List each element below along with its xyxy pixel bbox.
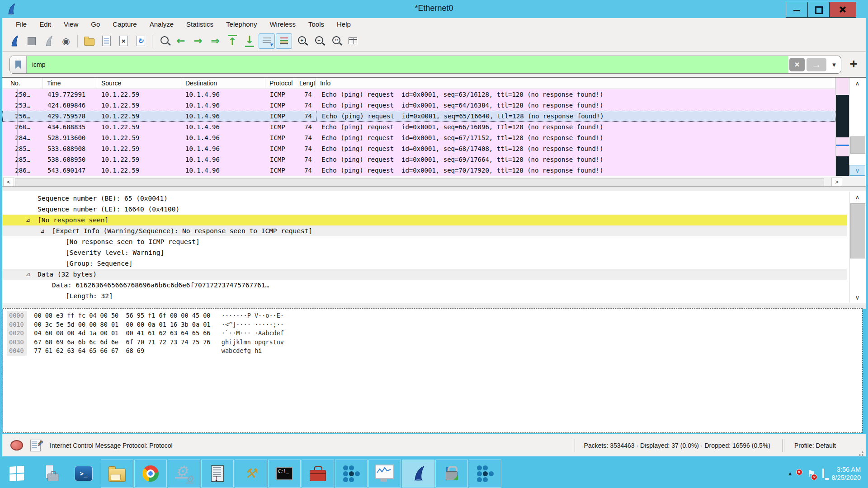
- taskbar-setup-document-button[interactable]: [201, 460, 234, 488]
- taskbar-start-button[interactable]: [0, 460, 33, 488]
- details-vertical-scrollbar[interactable]: ∧ ∨: [849, 192, 865, 303]
- menu-capture[interactable]: Capture: [106, 18, 143, 31]
- column-header-destination[interactable]: Destination: [181, 78, 265, 89]
- menu-wireless[interactable]: Wireless: [263, 18, 302, 31]
- filter-clear-button[interactable]: ×: [789, 58, 805, 71]
- packet-list-horizontal-scrollbar[interactable]: < >: [2, 177, 865, 187]
- column-header-info[interactable]: Info: [316, 78, 835, 89]
- menu-analyze[interactable]: Analyze: [143, 18, 180, 31]
- close-capture-file-button[interactable]: ×: [115, 33, 132, 49]
- resize-grip[interactable]: [858, 450, 864, 456]
- detail-line[interactable]: Data: 6162636465666768696a6b6c6d6e6f7071…: [2, 280, 866, 291]
- taskbar-command-prompt-button[interactable]: C:\_: [268, 460, 301, 488]
- tray-expand-icon[interactable]: ▲: [788, 470, 793, 477]
- scroll-right-button[interactable]: >: [831, 178, 842, 186]
- reload-capture-file-button[interactable]: ↻: [132, 33, 149, 49]
- packet-row[interactable]: 285…538.68895010.1.22.5910.1.4.96ICMP74E…: [2, 154, 835, 165]
- detail-line[interactable]: Sequence number (LE): 16640 (0x4100): [2, 204, 866, 215]
- find-packet-button[interactable]: [156, 33, 172, 49]
- close-button[interactable]: [829, 2, 856, 17]
- detail-line[interactable]: [Length: 32]: [2, 291, 866, 301]
- taskbar-wireshark-button[interactable]: [402, 460, 434, 488]
- menu-file[interactable]: File: [9, 18, 33, 31]
- detail-line[interactable]: [Severity level: Warning]: [2, 247, 866, 258]
- menu-help[interactable]: Help: [330, 18, 357, 31]
- status-profile[interactable]: Profile: Default: [786, 442, 858, 449]
- minimize-button[interactable]: [786, 2, 807, 17]
- capture-file-edit-icon[interactable]: [30, 440, 41, 451]
- resize-columns-button[interactable]: [344, 33, 361, 49]
- taskbar-server-manager-button[interactable]: [34, 460, 66, 488]
- capture-options-button[interactable]: ◉: [58, 33, 74, 49]
- intelligent-scrollbar-minimap[interactable]: [835, 78, 849, 176]
- taskbar-app-grid-button[interactable]: [335, 460, 368, 488]
- menu-go[interactable]: Go: [85, 18, 106, 31]
- hex-row[interactable]: 0020 04 60 08 00 4d 1a 00 01 00 41 61 62…: [7, 329, 862, 338]
- menu-edit[interactable]: Edit: [33, 18, 57, 31]
- packet-bytes-pane[interactable]: 0000 00 08 e3 ff fc 04 00 50 56 95 f1 6f…: [3, 308, 863, 433]
- taskbar-file-explorer-button[interactable]: [101, 460, 133, 488]
- column-header-time[interactable]: Time: [43, 78, 97, 89]
- scroll-down-button[interactable]: ∨: [849, 292, 865, 303]
- packet-row-selected[interactable]: 256…429.75957810.1.22.5910.1.4.96ICMP74E…: [2, 111, 835, 122]
- column-header-source[interactable]: Source: [97, 78, 181, 89]
- packet-list-vertical-scrollbar[interactable]: ∧ ∨: [849, 78, 865, 176]
- scroll-up-button[interactable]: ∧: [849, 192, 865, 202]
- hex-row[interactable]: 0040 77 61 62 63 64 65 66 67 68 69 wabcd…: [7, 347, 862, 356]
- taskbar-performance-monitor-button[interactable]: [368, 460, 401, 488]
- taskbar-red-toolbox-button[interactable]: [302, 460, 334, 488]
- hex-row[interactable]: 0030 67 68 69 6a 6b 6c 6d 6e 6f 70 71 72…: [7, 338, 862, 347]
- hex-row[interactable]: 0000 00 08 e3 ff fc 04 00 50 56 95 f1 6f…: [7, 311, 862, 320]
- expander-triangle-icon[interactable]: ⊿: [26, 215, 30, 225]
- filter-apply-button[interactable]: →: [807, 58, 826, 71]
- hscrollbar-thumb[interactable]: [15, 178, 824, 187]
- taskbar-powershell-button[interactable]: >_: [67, 460, 100, 488]
- scroll-down-button[interactable]: ∨: [849, 165, 865, 176]
- packet-row[interactable]: 285…533.68890810.1.22.5910.1.4.96ICMP74E…: [2, 143, 835, 154]
- detail-line[interactable]: [Group: Sequence]: [2, 258, 866, 269]
- hex-row[interactable]: 0010 00 3c 5e 5d 00 00 80 01 00 00 0a 01…: [7, 320, 862, 329]
- menu-telephony[interactable]: Telephony: [220, 18, 263, 31]
- menu-tools[interactable]: Tools: [302, 18, 330, 31]
- display-filter-input[interactable]: [27, 56, 788, 73]
- detail-line[interactable]: ⊿Data (32 bytes): [2, 269, 847, 280]
- stop-capture-button[interactable]: [24, 33, 40, 49]
- scrollbar-thumb[interactable]: [850, 203, 865, 258]
- taskbar-chrome-button[interactable]: [134, 460, 167, 488]
- expander-triangle-icon[interactable]: ⊿: [40, 225, 45, 236]
- taskbar-clock[interactable]: 3:56 AM 8/25/2020: [831, 465, 861, 482]
- colorize-button[interactable]: [276, 33, 292, 49]
- go-back-button[interactable]: ←: [173, 33, 189, 49]
- menu-statistics[interactable]: Statistics: [180, 18, 220, 31]
- restart-capture-button[interactable]: [41, 33, 57, 49]
- go-to-last-button[interactable]: ↓: [241, 33, 258, 49]
- save-capture-file-button[interactable]: [98, 33, 114, 49]
- detail-line[interactable]: ⊿[No response seen]: [2, 215, 847, 225]
- packet-list-header[interactable]: No.TimeSourceDestinationProtocolLengthIn…: [2, 78, 835, 89]
- filter-add-button[interactable]: +: [849, 57, 858, 70]
- network-status-icon[interactable]: [822, 469, 824, 478]
- filter-dropdown-button[interactable]: ▼: [827, 56, 841, 73]
- packet-row[interactable]: 250…419.77299110.1.22.5910.1.4.96ICMP74E…: [2, 89, 835, 100]
- column-header-no[interactable]: No.: [2, 78, 43, 89]
- expert-info-icon[interactable]: [10, 440, 23, 450]
- maximize-button[interactable]: [807, 2, 829, 17]
- packet-row[interactable]: 284…528.91360010.1.22.5910.1.4.96ICMP74E…: [2, 132, 835, 143]
- start-capture-button[interactable]: [6, 33, 23, 49]
- zoom-out-button[interactable]: −: [310, 33, 326, 49]
- zoom-original-button[interactable]: 1:1: [327, 33, 344, 49]
- detail-line[interactable]: ⊿[Expert Info (Warning/Sequence): No res…: [2, 225, 847, 236]
- filter-bookmark-button[interactable]: [10, 56, 27, 73]
- packet-row[interactable]: 260…434.68883510.1.22.5910.1.4.96ICMP74E…: [2, 122, 835, 132]
- go-to-packet-button[interactable]: ⇒: [207, 33, 223, 49]
- detail-line[interactable]: Sequence number (BE): 65 (0x0041): [2, 193, 866, 204]
- scroll-left-button[interactable]: <: [3, 178, 14, 186]
- go-to-first-button[interactable]: ↑: [224, 33, 241, 49]
- detail-line[interactable]: [No response seen to ICMP request]: [2, 236, 866, 247]
- taskbar-services-button[interactable]: ⚙⚙: [168, 460, 200, 488]
- packet-row[interactable]: 286…543.69014710.1.22.5910.1.4.96ICMP74E…: [2, 165, 835, 176]
- go-forward-button[interactable]: →: [190, 33, 206, 49]
- taskbar-app-grid-2-button[interactable]: [469, 460, 501, 488]
- packet-row[interactable]: 253…424.68984610.1.22.5910.1.4.96ICMP74E…: [2, 100, 835, 111]
- menu-view[interactable]: View: [57, 18, 85, 31]
